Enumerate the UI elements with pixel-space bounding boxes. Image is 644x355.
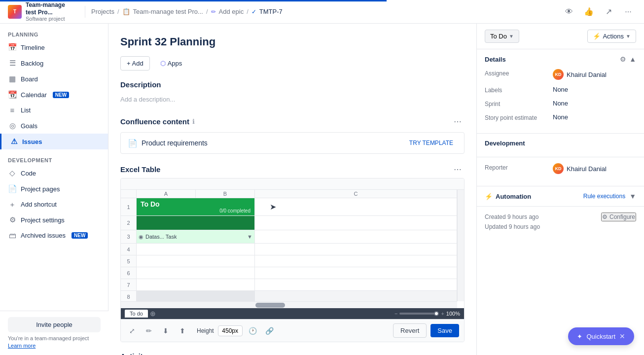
share-button[interactable]: ↗ <box>601 4 616 20</box>
content-main: Sprint 32 Planning + Add ⬡ Apps Descript… <box>108 24 476 352</box>
development-section-title: DEVELOPMENT <box>0 149 108 165</box>
excel-row-5: 5 <box>121 255 457 267</box>
like-button[interactable]: 👍 <box>581 4 597 20</box>
sidebar-item-label: Project pages <box>21 185 60 193</box>
excel-formula-input[interactable] <box>125 180 460 187</box>
sidebar-item-backlog[interactable]: ☰ Backlog <box>0 55 108 71</box>
reporter-name[interactable]: Khairul Danial <box>567 165 607 173</box>
quickstart-icon: ✦ <box>577 333 582 340</box>
sidebar-item-label: Add shortcut <box>21 201 57 208</box>
excel-bottom-bar: To do ⊕ − + 100% <box>121 308 464 319</box>
todo-count: 0/0 completed <box>141 208 250 213</box>
revert-button[interactable]: Revert <box>393 323 427 338</box>
assignee-avatar: KD <box>553 69 564 80</box>
more-button[interactable]: ··· <box>620 4 636 20</box>
upload-icon[interactable]: ⬆ <box>176 324 189 337</box>
assignee-value: KD Khairul Danial <box>553 69 607 80</box>
rule-executions-link[interactable]: Rule executions <box>583 193 625 200</box>
sprint-value[interactable]: None <box>553 100 568 107</box>
clock-icon[interactable]: 🕐 <box>247 324 259 337</box>
updated-row: Updated 9 hours ago <box>485 223 636 230</box>
sidebar-item-label: Calendar <box>21 91 47 99</box>
sidebar-item-board[interactable]: ▦ Board <box>0 71 108 87</box>
task-cell[interactable]: ◉ Datas... Task ▼ <box>137 230 255 243</box>
add-button[interactable]: + Add <box>120 56 150 71</box>
todo-header-cell[interactable]: To Do 0/0 completed <box>137 198 255 215</box>
download-icon[interactable]: ⬇ <box>159 324 172 337</box>
edit-icon[interactable]: ✏ <box>143 324 155 337</box>
development-section: Development <box>477 134 644 157</box>
quickstart-close-icon[interactable]: ✕ <box>619 332 625 340</box>
zoom-minus[interactable]: − <box>394 311 397 317</box>
confluence-item-title[interactable]: Product requirements <box>142 139 208 147</box>
learn-more-link[interactable]: Learn more <box>8 343 36 349</box>
expand-icon[interactable]: ⤢ <box>126 324 139 337</box>
excel-scrollbar-right[interactable] <box>457 190 464 301</box>
excel-row-6: 6 <box>121 267 457 279</box>
sidebar-item-code[interactable]: ◇ Code <box>0 165 108 181</box>
project-settings-icon: ⚙ <box>8 215 17 224</box>
description-placeholder[interactable]: Add a description... <box>120 93 465 106</box>
right-panel-header: To Do ▼ ⚡ Actions ▼ <box>477 24 644 49</box>
excel-more-icon[interactable]: ⋯ <box>451 164 465 175</box>
breadcrumb-projects[interactable]: Projects <box>91 8 114 15</box>
story-points-value[interactable]: None <box>553 113 568 121</box>
confluence-header: Confluence content ℹ ⋯ <box>120 116 465 127</box>
sidebar-footer: You're in a team-managed project <box>8 335 101 341</box>
sidebar-item-add-shortcut[interactable]: + Add shortcut <box>0 197 108 212</box>
try-template-button[interactable]: TRY TEMPLATE <box>405 138 457 148</box>
sidebar-item-timeline[interactable]: 📅 Timeline <box>0 39 108 55</box>
link-icon[interactable]: 🔗 <box>263 324 276 337</box>
breadcrumb-epic[interactable]: Add epic <box>219 8 244 15</box>
details-collapse-icon[interactable]: ▲ <box>629 55 636 63</box>
labels-value[interactable]: None <box>553 86 568 93</box>
excel-scrollbar-bottom[interactable] <box>121 301 457 308</box>
board-icon: ▦ <box>8 74 17 83</box>
project-pages-icon: 📄 <box>8 184 17 193</box>
add-sheet-icon[interactable]: ⊕ <box>150 310 156 318</box>
breadcrumb: Projects / 📋 Team-manage test Pro... / ✏… <box>91 8 557 15</box>
reporter-row: Reporter KD Khairul Danial <box>485 163 636 174</box>
sidebar-item-project-settings[interactable]: ⚙ Project settings <box>0 212 108 228</box>
sidebar-item-label: Goals <box>21 122 37 130</box>
excel-row-2: 2 <box>121 216 457 230</box>
sidebar-item-issues[interactable]: ⚠ Issues <box>0 134 108 149</box>
apps-button[interactable]: ⬡ Apps <box>154 56 189 71</box>
sidebar-item-label: Archived issues <box>21 232 66 239</box>
sprint-row: Sprint None <box>485 100 636 107</box>
story-points-label: Story point estimate <box>485 113 549 121</box>
sprint-label: Sprint <box>485 100 549 107</box>
sidebar-item-label: Backlog <box>21 60 43 67</box>
excel-toolbar: Excel Table ⋯ <box>120 164 465 175</box>
labels-label: Labels <box>485 86 549 94</box>
content-toolbar: + Add ⬡ Apps <box>120 56 465 71</box>
automation-expand-icon[interactable]: ▼ <box>629 192 636 200</box>
sidebar-item-goals[interactable]: ◎ Goals <box>0 118 108 134</box>
sidebar-item-archived-issues[interactable]: 🗃 Archived issues NEW <box>0 228 108 243</box>
actions-button[interactable]: ⚡ Actions ▼ <box>587 30 636 43</box>
excel-row-1: 1 To Do 0/0 completed <box>121 198 457 216</box>
assignee-name[interactable]: Khairul Danial <box>567 71 607 78</box>
invite-people-button[interactable]: Invite people <box>8 317 101 332</box>
sidebar-item-project-pages[interactable]: 📄 Project pages <box>0 181 108 197</box>
height-label: Height <box>197 327 214 334</box>
brand-logo[interactable]: T Team-manage test Pro... Software proje… <box>8 1 75 22</box>
excel-sheet-tab[interactable]: To do <box>125 310 148 318</box>
confluence-more-icon[interactable]: ⋯ <box>451 116 465 127</box>
zoom-plus[interactable]: + <box>441 311 444 317</box>
add-shortcut-icon: + <box>8 200 17 209</box>
sidebar-item-calendar[interactable]: 📆 Calendar NEW <box>0 87 108 103</box>
excel-spreadsheet[interactable]: A B C 1 To Do <box>121 190 464 308</box>
details-gear-icon[interactable]: ⚙ <box>620 55 626 63</box>
breadcrumb-project[interactable]: Team-manage test Pro... <box>133 8 203 15</box>
status-dropdown[interactable]: To Do ▼ <box>485 30 519 43</box>
sidebar-item-list[interactable]: ≡ List <box>0 103 108 118</box>
configure-button[interactable]: ⚙ Configure <box>601 213 636 221</box>
excel-grid: A B C 1 To Do <box>121 190 457 301</box>
height-input[interactable] <box>218 325 243 336</box>
info-icon[interactable]: ℹ <box>192 118 195 125</box>
quickstart-button[interactable]: ✦ Quickstart ✕ <box>568 327 634 345</box>
labels-row: Labels None <box>485 86 636 94</box>
watch-button[interactable]: 👁 <box>561 4 577 20</box>
save-button[interactable]: Save <box>430 324 459 337</box>
